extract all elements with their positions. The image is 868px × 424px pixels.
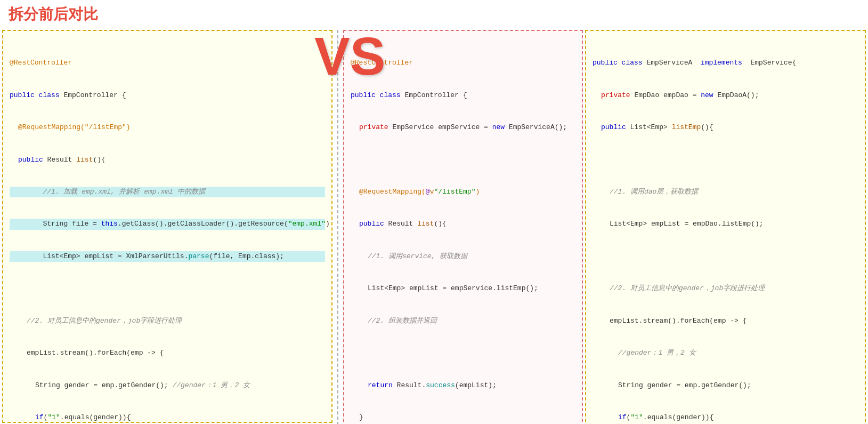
code-line: //2. 组装数据并返回 — [351, 316, 575, 326]
code-line: //1. 调用dao层，获取数据 — [593, 187, 858, 197]
code-line: } — [351, 412, 575, 423]
code-line: List<Emp> empList = empDao.listEmp(); — [593, 219, 858, 229]
code-line: @RestController — [351, 58, 575, 68]
code-line: public class EmpServiceA implements EmpS… — [593, 58, 858, 68]
controller-panel: @RestController public class EmpControll… — [343, 30, 583, 424]
service-panel: public class EmpServiceA implements EmpS… — [585, 30, 866, 424]
top-right-row: @RestController public class EmpControll… — [343, 30, 866, 424]
page-title: 拆分前后对比 — [0, 0, 868, 28]
code-line: private EmpService empService = new EmpS… — [351, 122, 575, 133]
code-line: if("1".equals(gender)){ — [10, 412, 325, 423]
right-side: @RestController public class EmpControll… — [343, 28, 868, 424]
code-line: empList.stream().forEach(emp -> { — [593, 316, 858, 326]
main-container: @RestController public class EmpControll… — [0, 28, 868, 424]
code-line — [593, 251, 858, 262]
code-line — [10, 283, 325, 294]
code-line: public Result list(){ — [351, 219, 575, 229]
code-line: //gender：1 男，2 女 — [593, 348, 858, 358]
code-line-highlight: String file = this.getClass().getClassLo… — [10, 219, 325, 229]
code-line: @RequestMapping(@v"/listEmp") — [351, 187, 575, 197]
code-line — [351, 155, 575, 165]
service-code: public class EmpServiceA implements EmpS… — [593, 36, 858, 424]
code-line: empList.stream().forEach(emp -> { — [10, 348, 325, 358]
code-line — [351, 348, 575, 358]
left-panel: @RestController public class EmpControll… — [2, 30, 332, 423]
code-line: public class EmpController { — [10, 90, 325, 101]
code-line: List<Emp> empList = empService.listEmp()… — [351, 283, 575, 294]
code-line: @RestController — [10, 58, 325, 68]
code-line: public class EmpController { — [351, 90, 575, 101]
code-line: //2. 对员工信息中的gender，job字段进行处理 — [10, 316, 325, 326]
code-line — [593, 155, 858, 165]
code-line: String gender = emp.getGender(); — [593, 380, 858, 391]
left-code-block: @RestController public class EmpControll… — [10, 36, 325, 423]
divider-line — [337, 30, 338, 424]
code-line: private EmpDao empDao = new EmpDaoA(); — [593, 90, 858, 101]
code-line: public List<Emp> listEmp(){ — [593, 122, 858, 133]
code-line: @RequestMapping("/listEmp") — [10, 122, 325, 133]
center-divider — [332, 28, 343, 424]
controller-code: @RestController public class EmpControll… — [351, 36, 575, 424]
code-line: String gender = emp.getGender(); //gende… — [10, 380, 325, 391]
code-line-highlight: List<Emp> empList = XmlParserUtils.parse… — [10, 251, 325, 262]
code-line: if("1".equals(gender)){ — [593, 412, 858, 423]
code-line: return Result.success(empList); — [351, 380, 575, 391]
code-line-highlight: //1. 加载 emp.xml, 并解析 emp.xml 中的数据 — [10, 187, 325, 197]
code-line: //2. 对员工信息中的gender，job字段进行处理 — [593, 283, 858, 294]
code-line: //1. 调用service, 获取数据 — [351, 251, 575, 262]
code-line: public Result list(){ — [10, 155, 325, 165]
